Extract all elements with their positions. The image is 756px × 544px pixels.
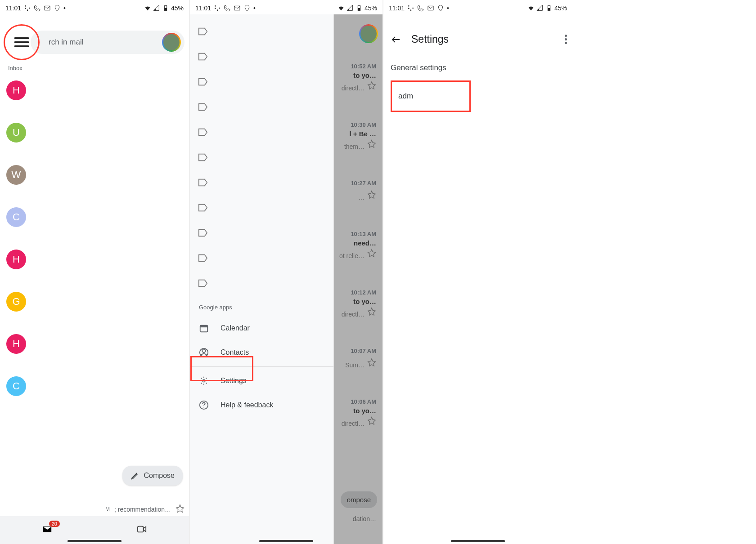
star-icon[interactable] [367,249,376,259]
slack-icon [24,4,31,12]
label-icon[interactable] [198,103,333,113]
svg-rect-4 [358,8,360,10]
mail-time: 10:12 AM [351,289,376,296]
video-icon [135,524,148,534]
signal-icon [536,4,544,12]
slack-icon [214,4,221,12]
label-icon[interactable] [198,27,333,38]
battery-icon [356,4,363,12]
wifi-icon [527,4,535,12]
nav-handle[interactable] [259,540,313,542]
mail-snippet: directl… [342,85,364,92]
star-icon[interactable] [367,358,376,369]
status-bar: 11:01 • 45% [190,0,382,14]
rec-snippet: dation… [353,515,376,522]
mail-snippet: them… [344,143,364,150]
compose-label: Compose [144,472,175,480]
star-icon[interactable] [367,81,376,92]
mail-row[interactable]: 10:52 AMto yo…directl… [334,59,382,100]
star-icon[interactable] [367,190,376,201]
conversation-list[interactable]: HUWCHGHC [0,74,189,396]
mail-row[interactable]: 10:30 AMl + Be …them… [334,118,382,158]
inbox-label: Inbox [8,65,189,71]
menu-icon[interactable] [14,37,29,47]
mail-row[interactable]: 10:12 AMto yo…directl… [334,285,382,326]
mail-time: 10:30 AM [351,121,376,128]
search-input[interactable]: rch in mail [31,31,184,54]
mail-time: 10:52 AM [351,63,376,70]
maps-icon [243,4,251,12]
gmail-m-icon [427,4,434,12]
battery-icon [545,4,553,12]
maps-icon [437,4,444,12]
wifi-icon [338,4,345,12]
mail-row[interactable]: 10:27 AM… [334,176,382,209]
sender-avatar[interactable]: U [6,123,26,143]
label-icon[interactable] [198,77,333,88]
slack-icon [407,4,414,12]
drawer-calendar[interactable]: Calendar [190,316,333,340]
sender-avatar[interactable]: G [6,292,26,312]
phone-icon [224,4,231,12]
meet-tab[interactable] [135,524,148,536]
sender-avatar[interactable]: C [6,376,26,396]
mail-time: 10:27 AM [351,180,376,187]
mail-subject: l + Be … [349,130,376,138]
mail-row[interactable]: 10:07 AMSum… [334,344,382,377]
label-icon[interactable] [198,228,333,239]
svg-point-7 [202,349,205,352]
status-time: 11:01 [5,4,21,12]
svg-rect-1 [164,8,166,10]
hamburger-highlight [4,24,40,60]
nav-handle[interactable] [451,540,505,542]
back-icon[interactable] [391,34,401,45]
pencil-icon [130,471,140,480]
account-label: adm [398,92,413,100]
svg-rect-2 [138,526,144,532]
nav-handle[interactable] [68,540,122,542]
profile-avatar[interactable] [359,24,378,43]
mail-subject: need… [354,239,376,247]
label-icon[interactable] [198,153,333,164]
sender-avatar[interactable]: H [6,250,26,269]
account-item-highlight[interactable]: adm [391,80,471,112]
label-icon[interactable] [198,52,333,63]
drawer-help[interactable]: Help & feedback [190,393,333,417]
help-icon [199,400,209,410]
star-icon[interactable] [367,139,376,150]
sender-avatar[interactable]: H [6,334,26,354]
sender-avatar[interactable]: C [6,207,26,227]
status-dot: • [63,4,66,12]
label-icon[interactable] [198,203,333,214]
svg-rect-6 [200,326,208,328]
label-icon[interactable] [198,254,333,264]
mail-row[interactable]: 10:06 AMto yo…directl… [334,395,382,435]
star-icon[interactable] [367,416,376,427]
compose-button[interactable]: Compose [122,466,183,486]
mail-tab[interactable]: 20 [41,524,54,536]
label-icon[interactable] [198,279,333,290]
battery-icon [162,4,169,12]
compose-button[interactable]: ompose [341,491,377,508]
mail-subject: to yo… [353,407,376,415]
recommendation-snippet: M ; recommendation… [105,504,184,514]
svg-point-11 [203,407,204,408]
mail-row[interactable]: 10:13 AMneed…ot relie… [334,227,382,268]
wifi-icon [144,4,151,12]
mail-snippet: directl… [342,311,364,318]
sender-avatar[interactable]: W [6,165,26,185]
general-settings-item[interactable]: General settings [391,63,565,72]
label-icon[interactable] [198,128,333,138]
calendar-icon [199,323,209,333]
star-icon[interactable] [367,307,376,318]
profile-avatar[interactable] [162,33,181,52]
overflow-icon[interactable] [565,35,567,44]
search-placeholder: rch in mail [49,38,83,47]
sender-avatar[interactable]: H [6,80,26,100]
gmail-m-icon [44,4,51,12]
phone-icon [417,4,424,12]
mail-time: 10:07 AM [351,348,376,354]
label-icon[interactable] [198,178,333,189]
nav-drawer[interactable]: Google apps Calendar Contacts Settings H… [190,14,334,544]
page-title: Settings [411,33,449,45]
